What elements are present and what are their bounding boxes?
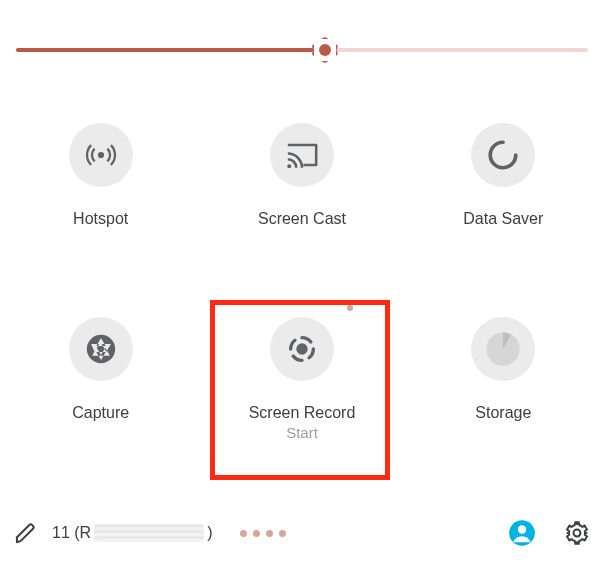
svg-point-5	[518, 525, 526, 533]
svg-point-1	[287, 164, 291, 168]
storage-icon	[471, 317, 535, 381]
brightness-slider[interactable]	[16, 34, 588, 66]
page-dot	[266, 530, 273, 537]
tile-sublabel: Start	[286, 424, 318, 441]
tile-storage[interactable]: Storage	[403, 299, 604, 493]
tile-capture[interactable]: Capture	[0, 299, 201, 493]
tile-label: Data Saver	[463, 209, 543, 228]
edit-tiles-button[interactable]	[14, 521, 38, 545]
svg-point-0	[98, 152, 104, 158]
recording-indicator-dot	[347, 305, 353, 311]
tile-label: Capture	[72, 403, 129, 422]
tile-label: Hotspot	[73, 209, 128, 228]
page-dot	[240, 530, 247, 537]
user-avatar-button[interactable]	[508, 519, 536, 547]
tile-hotspot[interactable]: Hotspot	[0, 105, 201, 299]
redacted-text	[94, 524, 204, 542]
version-prefix: 11 (R	[52, 524, 91, 542]
tile-label: Screen Cast	[258, 209, 346, 228]
tile-label: Screen Record	[249, 403, 356, 422]
cast-icon	[270, 123, 334, 187]
tiles-grid: Hotspot Screen Cast Data Saver	[0, 105, 604, 493]
tile-screen-record[interactable]: Screen Record Start	[201, 299, 402, 493]
svg-point-6	[574, 530, 581, 537]
page-indicator[interactable]	[240, 530, 286, 537]
slider-track-fill	[16, 48, 325, 52]
tile-screen-cast[interactable]: Screen Cast	[201, 105, 402, 299]
quick-settings-panel: Hotspot Screen Cast Data Saver	[0, 0, 604, 563]
footer-bar: 11 (R )	[0, 503, 604, 563]
page-dot	[279, 530, 286, 537]
tile-data-saver[interactable]: Data Saver	[403, 105, 604, 299]
aperture-icon	[69, 317, 133, 381]
build-version-text: 11 (R )	[52, 524, 212, 542]
record-icon	[270, 317, 334, 381]
version-suffix: )	[207, 524, 212, 542]
svg-point-2	[296, 343, 307, 354]
data-saver-icon	[471, 123, 535, 187]
settings-button[interactable]	[564, 520, 590, 546]
page-dot	[253, 530, 260, 537]
hotspot-icon	[69, 123, 133, 187]
slider-thumb[interactable]	[311, 36, 339, 64]
tile-label: Storage	[475, 403, 531, 422]
